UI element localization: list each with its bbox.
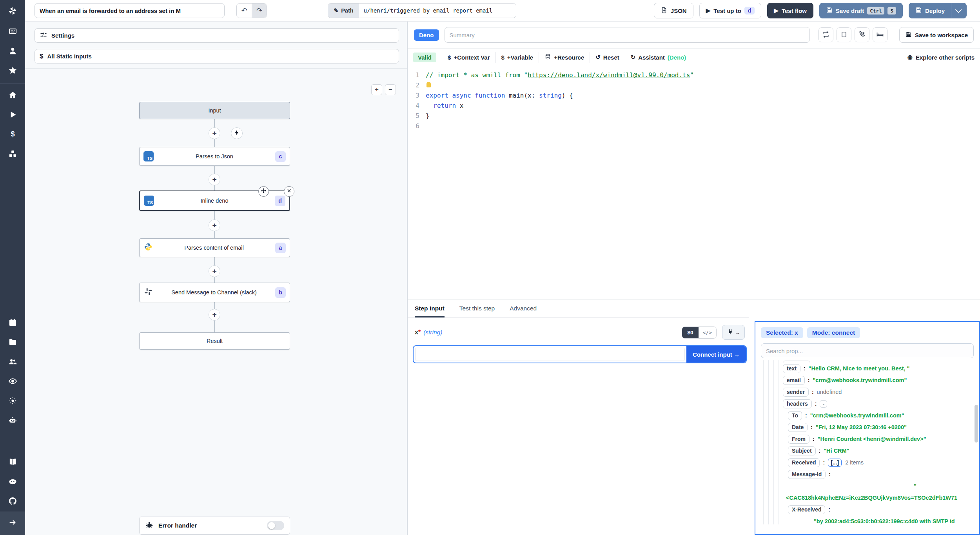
- connect-input-button[interactable]: Connect input →: [686, 346, 746, 363]
- connect-plug-button[interactable]: →: [722, 325, 745, 340]
- bench-button[interactable]: [873, 27, 887, 42]
- flow-node-slack-message[interactable]: Send Message to Channel (slack) b: [139, 283, 290, 302]
- sidebar-item-home[interactable]: [0, 86, 25, 105]
- flow-canvas[interactable]: + − Input + TS Parses to Json c: [25, 68, 407, 535]
- prop-key-pill[interactable]: Date: [788, 423, 808, 432]
- lightbulb-icon[interactable]: [426, 82, 431, 87]
- sidebar-item-users[interactable]: [0, 352, 25, 372]
- test-flow-button[interactable]: ▶ Test flow: [767, 3, 813, 18]
- trigger-bolt-button[interactable]: [231, 127, 243, 139]
- sidebar-item-gear[interactable]: [0, 392, 25, 411]
- prop-key-pill[interactable]: headers: [783, 399, 812, 408]
- flow-title-input[interactable]: [34, 3, 225, 18]
- prop-value-wrapped[interactable]: <CAC818hk4NphcENz=iKcz2BQGUjkVym8Vos=TSO…: [761, 492, 974, 504]
- sidebar-expand[interactable]: [0, 511, 25, 535]
- zoom-out-button[interactable]: −: [385, 84, 396, 95]
- diff-mode-button[interactable]: [818, 27, 833, 42]
- sidebar-item-star[interactable]: [0, 61, 25, 81]
- save-to-workspace-button[interactable]: Save to workspace: [899, 27, 974, 43]
- template-code-toggle[interactable]: $0 </>: [682, 326, 717, 339]
- delete-step-button[interactable]: [284, 186, 294, 197]
- save-draft-button[interactable]: Save draft Ctrl S: [819, 3, 903, 18]
- prop-key-pill[interactable]: Received: [788, 458, 820, 467]
- sidebar-item-robot[interactable]: [0, 411, 25, 431]
- all-static-inputs-bar[interactable]: $ All Static Inputs: [34, 49, 399, 63]
- sidebar-item-github[interactable]: [0, 492, 25, 511]
- collapse-button[interactable]: -: [820, 400, 827, 408]
- prop-key-pill[interactable]: Subject: [788, 446, 816, 455]
- insert-step-button[interactable]: +: [209, 219, 220, 231]
- flow-settings-bar[interactable]: Settings: [34, 28, 399, 43]
- sidebar-item-calendar[interactable]: [0, 313, 25, 333]
- undo-button[interactable]: ↶: [237, 4, 252, 18]
- path-value-input[interactable]: u/henri/triggered_by_email_report_email: [359, 4, 516, 18]
- sidebar-item-book[interactable]: [0, 453, 25, 472]
- tab-test-this-step[interactable]: Test this step: [459, 299, 495, 317]
- sidebar-item-dollar[interactable]: $: [0, 125, 25, 145]
- sidebar-item-user[interactable]: [0, 42, 25, 61]
- search-prop-input[interactable]: [761, 343, 974, 358]
- sidebar-item-apps[interactable]: [0, 22, 25, 42]
- expand-array-button[interactable]: [...]: [828, 459, 842, 467]
- add-context-var-button[interactable]: $+Context Var: [448, 54, 490, 61]
- flow-node-result[interactable]: Result: [139, 332, 290, 350]
- pencil-icon: ✎: [334, 7, 338, 14]
- prop-key-pill[interactable]: sender: [783, 388, 809, 397]
- add-resource-button[interactable]: +Resource: [544, 53, 584, 61]
- prop-value[interactable]: "Hi CRM": [824, 448, 849, 454]
- error-handler-card[interactable]: Error handler: [139, 517, 290, 535]
- json-button[interactable]: JSON: [654, 3, 693, 18]
- insert-step-button[interactable]: +: [209, 127, 220, 139]
- prop-key-pill[interactable]: Message-Id: [788, 470, 826, 479]
- value-input[interactable]: [415, 348, 685, 361]
- step-bottom-panel: Step Input Test this step Advanced x * (…: [408, 299, 980, 535]
- code-editor[interactable]: 123456 // import * as wmill from "https:…: [408, 66, 980, 299]
- sidebar-item-discord[interactable]: [0, 472, 25, 492]
- explore-other-scripts-button[interactable]: ◉Explore other scripts: [907, 54, 975, 61]
- flow-node-input[interactable]: Input: [139, 102, 290, 119]
- deploy-button[interactable]: Deploy: [909, 3, 967, 18]
- flow-node-parses-content[interactable]: Parses content of email a: [139, 238, 290, 257]
- prop-value[interactable]: "Hello CRM, Nice to meet you. Best, ": [809, 365, 910, 372]
- error-handler-toggle[interactable]: [267, 521, 284, 530]
- reset-button[interactable]: ↺Reset: [595, 54, 619, 61]
- prop-key-pill[interactable]: [783, 361, 810, 363]
- sidebar-item-folder[interactable]: [0, 333, 25, 352]
- prop-key-pill[interactable]: email: [783, 376, 805, 385]
- chevron-down-icon[interactable]: [955, 6, 962, 13]
- prop-value[interactable]: "crm@webhooks.trywindmill.com": [810, 412, 904, 419]
- prop-key-pill[interactable]: X-Received: [788, 505, 825, 514]
- prop-value-wrapped[interactable]: ": [761, 480, 974, 492]
- prop-value[interactable]: "crm@webhooks.trywindmill.com": [813, 377, 907, 383]
- prop-key-pill[interactable]: From: [788, 435, 809, 444]
- path-label[interactable]: ✎ Path: [328, 4, 359, 18]
- editor-code[interactable]: // import * as wmill from "https://deno.…: [426, 70, 980, 299]
- trigger-call-button[interactable]: [855, 27, 869, 42]
- sidebar-item-eye[interactable]: [0, 372, 25, 392]
- code-toggle[interactable]: </>: [699, 327, 716, 338]
- add-variable-button[interactable]: $+Variable: [501, 54, 534, 61]
- prop-key-pill[interactable]: To: [788, 411, 802, 420]
- insert-step-button[interactable]: +: [209, 174, 220, 185]
- insert-step-button[interactable]: +: [209, 309, 220, 321]
- sidebar-item-play[interactable]: [0, 105, 25, 125]
- prop-key-pill[interactable]: text: [783, 364, 800, 373]
- fullscreen-button[interactable]: [837, 27, 851, 42]
- test-up-to-button[interactable]: ▶ Test up to d: [699, 3, 762, 18]
- prop-value[interactable]: "Henri Courdent <henri@windmill.dev>": [818, 436, 926, 442]
- summary-input[interactable]: [445, 27, 810, 43]
- insert-step-button[interactable]: +: [209, 265, 220, 277]
- redo-button[interactable]: ↷: [252, 4, 267, 18]
- assistant-button[interactable]: ↻Assistant(Deno): [631, 54, 686, 61]
- move-step-button[interactable]: [258, 186, 269, 197]
- scrollbar-thumb[interactable]: [975, 405, 978, 443]
- zoom-in-button[interactable]: +: [371, 84, 382, 95]
- prop-value-wrapped[interactable]: "by 2002:ad4:5c63:0:b0:622:199c:c4d0 wit…: [761, 515, 974, 524]
- windmill-logo[interactable]: [0, 0, 25, 22]
- sidebar-item-boxes[interactable]: [0, 145, 25, 164]
- tab-step-input[interactable]: Step Input: [415, 299, 445, 317]
- prop-value[interactable]: "Fri, 12 May 2023 07:30:46 +0200": [816, 424, 907, 430]
- tab-advanced[interactable]: Advanced: [510, 299, 537, 317]
- flow-node-parses-to-json[interactable]: TS Parses to Json c: [139, 147, 290, 166]
- dollar-expr-toggle[interactable]: $0: [682, 327, 698, 338]
